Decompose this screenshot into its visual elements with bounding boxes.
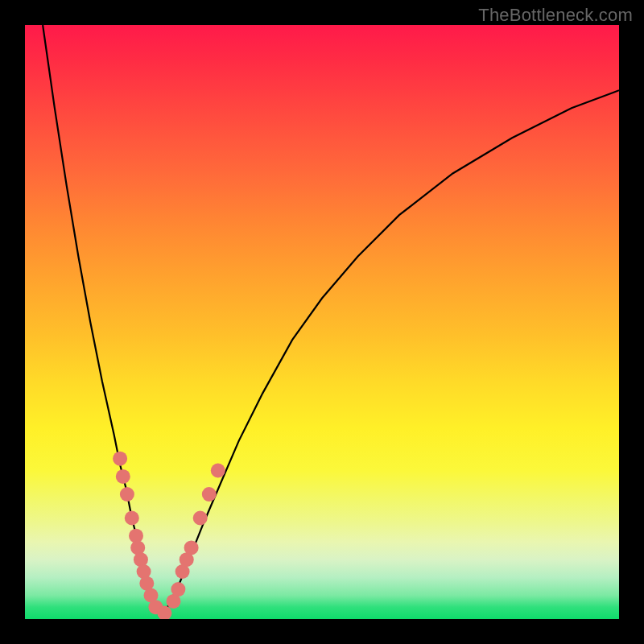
marker-point (120, 487, 134, 502)
marker-point (202, 487, 217, 502)
marker-point (184, 540, 199, 555)
chart-svg (25, 25, 619, 619)
marker-point (116, 469, 130, 484)
curve-right-branch (167, 90, 619, 607)
marker-point (171, 582, 185, 597)
plot-area (25, 25, 619, 619)
watermark-text: TheBottleneck.com (478, 5, 633, 26)
marker-point (113, 452, 127, 466)
marker-point (125, 511, 139, 526)
marker-point (193, 511, 208, 526)
chart-frame: TheBottleneck.com (0, 0, 644, 644)
marker-point (211, 464, 225, 478)
marker-group (113, 452, 225, 619)
